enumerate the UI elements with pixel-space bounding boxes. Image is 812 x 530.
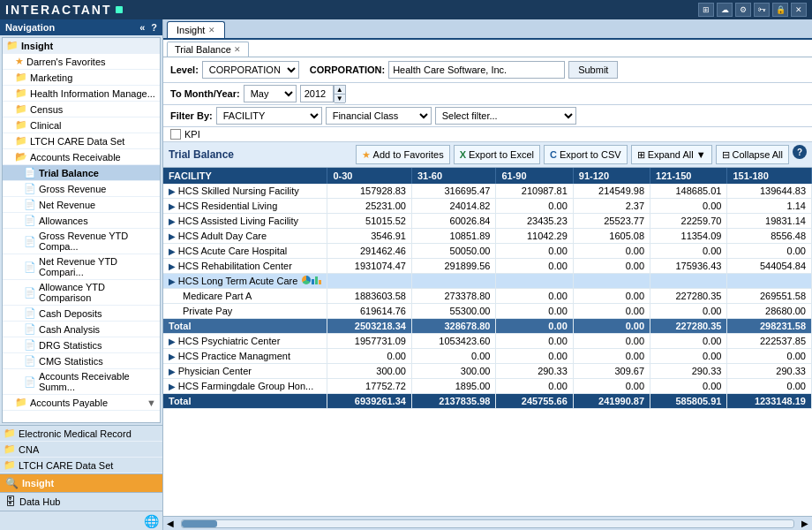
value-cell: 0.00 bbox=[496, 289, 573, 304]
table-header-row: FACILITY 0-30 31-60 61-90 91-120 121-150… bbox=[163, 168, 812, 184]
expand-all-button[interactable]: ⊞ Expand All ▼ bbox=[631, 145, 712, 164]
scroll-right-btn[interactable]: ▶ bbox=[798, 519, 812, 528]
sidebar-item-clinical[interactable]: 📁 Clinical bbox=[3, 117, 160, 133]
year-input[interactable] bbox=[300, 85, 334, 102]
value-cell: 0.00 bbox=[650, 334, 727, 349]
tab-insight-close[interactable]: ✕ bbox=[208, 26, 215, 34]
value-cell: 1931074.47 bbox=[327, 259, 412, 274]
export-csv-button[interactable]: C Export to CSV bbox=[544, 145, 628, 164]
value-cell: 0.00 bbox=[650, 349, 727, 364]
sidebar-item-gross-revenue[interactable]: 📄 Gross Revenue bbox=[3, 181, 160, 197]
ap-expand-icon: ▼ bbox=[147, 398, 156, 408]
sidebar-item-ar-summary[interactable]: 📄 Accounts Receivable Summ... bbox=[3, 369, 160, 395]
sidebar-item-allowances[interactable]: 📄 Allowances bbox=[3, 213, 160, 229]
exit-icon[interactable]: ✕ bbox=[791, 3, 807, 17]
expand-arrow[interactable]: ▶ bbox=[169, 276, 178, 286]
sidebar-item-favorites[interactable]: ★ Darren's Favorites bbox=[3, 54, 160, 70]
scroll-left-btn[interactable]: ◀ bbox=[163, 519, 177, 528]
tab-trial-balance[interactable]: Trial Balance ✕ bbox=[167, 42, 249, 57]
value-cell: 0.00 bbox=[727, 244, 812, 259]
insight-bottom-icon: 🔍 bbox=[5, 477, 19, 489]
tab-insight[interactable]: Insight ✕ bbox=[167, 21, 225, 38]
horizontal-scrollbar[interactable]: ◀ ▶ bbox=[163, 516, 812, 530]
expand-arrow[interactable]: ▶ bbox=[169, 261, 178, 271]
sidebar-item-ltchmain[interactable]: 📁 LTCH CARE Data Set bbox=[0, 458, 162, 473]
lock-icon[interactable]: 🔒 bbox=[772, 3, 788, 17]
logo-dot bbox=[116, 6, 123, 13]
expand-arrow[interactable]: ▶ bbox=[169, 352, 178, 361]
globe-icon[interactable]: 🌐 bbox=[144, 514, 159, 528]
expand-arrow[interactable]: ▶ bbox=[169, 246, 178, 256]
value-cell bbox=[496, 274, 573, 289]
sidebar-item-census[interactable]: 📁 Census bbox=[3, 102, 160, 117]
sidebar-item-him[interactable]: 📁 Health Information Manage... bbox=[3, 86, 160, 102]
sidebar-item-cash-analysis[interactable]: 📄 Cash Analysis bbox=[3, 322, 160, 337]
cloud-icon[interactable]: ☁ bbox=[717, 3, 733, 17]
expand-arrow[interactable]: ▶ bbox=[169, 231, 178, 241]
submit-button[interactable]: Submit bbox=[568, 61, 618, 79]
expand-arrow[interactable]: ▶ bbox=[169, 216, 178, 226]
level-select[interactable]: CORPORATION bbox=[202, 61, 299, 79]
collapse-all-button[interactable]: ⊟ Collapse All bbox=[716, 145, 789, 164]
table-row: ▶ HCS Assisted Living Facility51015.5260… bbox=[163, 214, 812, 229]
value-cell: 23435.23 bbox=[496, 214, 573, 229]
sidebar-item-cna[interactable]: 📁 CNA bbox=[0, 442, 162, 458]
sidebar-item-trial-balance[interactable]: 📄 Trial Balance bbox=[3, 165, 160, 181]
value-cell: 19831.14 bbox=[727, 214, 812, 229]
folder-icon-census: 📁 bbox=[15, 103, 27, 115]
sidebar-item-ap[interactable]: 📁 Accounts Payable ▼ bbox=[3, 395, 160, 411]
sidebar-item-net-ytd[interactable]: 📄 Net Revenue YTD Compari... bbox=[3, 254, 160, 280]
value-cell: 291462.46 bbox=[327, 244, 412, 259]
expand-arrow[interactable]: ▶ bbox=[169, 367, 178, 376]
sidebar-bottom-insight[interactable]: 🔍 Insight bbox=[0, 473, 162, 492]
filterby3-select[interactable]: Select filter... bbox=[435, 107, 576, 125]
sidebar-bottom-datahub[interactable]: 🗄 Data Hub bbox=[0, 492, 162, 511]
month-select[interactable]: May bbox=[244, 85, 297, 102]
window-icon[interactable]: ⊞ bbox=[698, 3, 714, 17]
value-cell: 0.00 bbox=[650, 304, 727, 319]
facility-cell: Total bbox=[163, 319, 327, 334]
sidebar-item-ltch[interactable]: 📁 LTCH CARE Data Set bbox=[3, 133, 160, 149]
add-favorites-button[interactable]: ★ Add to Favorites bbox=[356, 145, 450, 164]
year-up-btn[interactable]: ▲ bbox=[335, 86, 345, 95]
key-icon[interactable]: 🗝 bbox=[754, 3, 770, 17]
sidebar-item-allow-ytd[interactable]: 📄 Allowance YTD Comparison bbox=[3, 280, 160, 306]
year-down-btn[interactable]: ▼ bbox=[335, 95, 345, 103]
filterby2-select[interactable]: Financial Class bbox=[326, 107, 432, 125]
sidebar-item-marketing[interactable]: 📁 Marketing bbox=[3, 70, 160, 86]
value-cell bbox=[411, 274, 496, 289]
settings-icon[interactable]: ⚙ bbox=[735, 3, 751, 17]
folder-icon-ap: 📁 bbox=[15, 397, 27, 408]
sidebar-item-ar[interactable]: 📂 Accounts Receivable bbox=[3, 149, 160, 165]
help-button[interactable]: ? bbox=[793, 145, 807, 159]
controls-bar3: Filter By: FACILITY Financial Class Sele… bbox=[163, 105, 812, 127]
sidebar-item-emr[interactable]: 📁 Electronic Medical Record bbox=[0, 425, 162, 442]
sidebar-item-cash-deposits[interactable]: 📄 Cash Deposits bbox=[3, 306, 160, 322]
data-table: FACILITY 0-30 31-60 61-90 91-120 121-150… bbox=[163, 168, 812, 409]
filterby-label: Filter By: bbox=[170, 110, 213, 121]
sidebar-item-net-revenue[interactable]: 📄 Net Revenue bbox=[3, 197, 160, 213]
corporation-input[interactable] bbox=[388, 61, 565, 79]
sidebar-item-cmg[interactable]: 📄 CMG Statistics bbox=[3, 353, 160, 369]
facility-cell: Private Pay bbox=[163, 304, 327, 319]
value-cell: 269551.58 bbox=[727, 289, 812, 304]
kpi-checkbox[interactable] bbox=[170, 129, 181, 140]
sidebar-item-gross-ytd[interactable]: 📄 Gross Revenue YTD Compa... bbox=[3, 229, 160, 254]
sidebar-collapse-btn[interactable]: « bbox=[139, 22, 145, 33]
filterby-select[interactable]: FACILITY bbox=[216, 107, 322, 125]
value-cell: 2503218.34 bbox=[327, 319, 412, 334]
expand-arrow[interactable]: ▶ bbox=[169, 337, 178, 346]
value-cell: 309.67 bbox=[573, 364, 650, 379]
value-cell: 291899.56 bbox=[411, 259, 496, 274]
data-table-container: FACILITY 0-30 31-60 61-90 91-120 121-150… bbox=[163, 168, 812, 516]
expand-arrow[interactable]: ▶ bbox=[169, 201, 178, 211]
export-excel-button[interactable]: X Export to Excel bbox=[454, 145, 540, 164]
scroll-thumb[interactable] bbox=[182, 520, 217, 527]
tab-trial-close[interactable]: ✕ bbox=[234, 45, 241, 54]
sidebar-item-insight[interactable]: 📁 Insight bbox=[3, 38, 160, 54]
sidebar-item-drg[interactable]: 📄 DRG Statistics bbox=[3, 337, 160, 353]
value-cell: 2137835.98 bbox=[411, 394, 496, 409]
expand-arrow[interactable]: ▶ bbox=[169, 382, 178, 391]
expand-arrow[interactable]: ▶ bbox=[169, 186, 178, 196]
sidebar-help-btn[interactable]: ? bbox=[151, 22, 157, 33]
